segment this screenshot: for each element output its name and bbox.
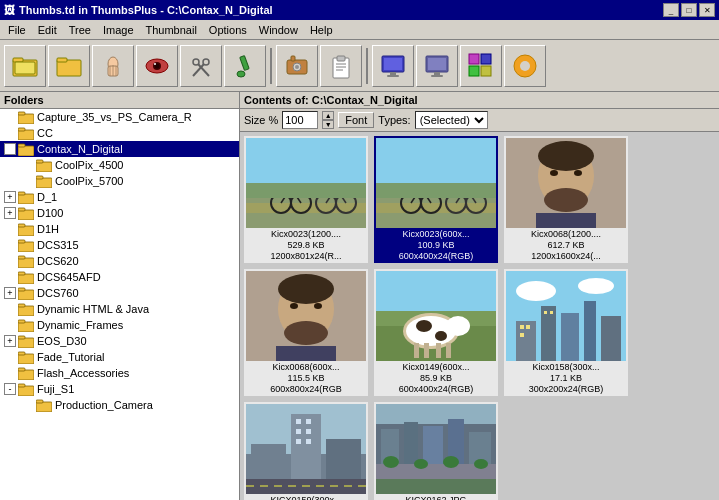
size-down-button[interactable]: ▼ [322, 120, 334, 129]
thumb-size-kicx0068-small: 115.5 KB [287, 373, 324, 383]
maximize-button[interactable]: □ [681, 3, 697, 17]
thumb-size-kicx0023-small: 100.9 KB [417, 240, 454, 250]
svg-rect-34 [428, 58, 446, 70]
folder-item-production-camera[interactable]: Production_Camera [0, 397, 239, 413]
thumb-item-kicx0159[interactable]: KICX0159(300x... 33.5 KB 300x449x24(RGB) [244, 402, 368, 500]
svg-rect-80 [36, 400, 43, 403]
size-spinner[interactable]: ▲ ▼ [322, 111, 334, 129]
close-button[interactable]: ✕ [699, 3, 715, 17]
folder-item-d100[interactable]: + D100 [0, 205, 239, 221]
svg-rect-143 [584, 301, 596, 361]
expand-dcs760[interactable]: + [4, 287, 16, 299]
folder-icon-eos-d30 [18, 334, 34, 348]
folder-item-d1[interactable]: + D_1 [0, 189, 239, 205]
thumb-item-kicx0068-large[interactable]: Kicx0068(1200.... 612.7 KB 1200x1600x24(… [504, 136, 628, 263]
folder-label-production-camera: Production_Camera [55, 399, 153, 411]
thumb-dims-kicx0023-small: 600x400x24(RGB) [399, 251, 474, 261]
folder-icon-d1h [18, 222, 34, 236]
thumb-filename-kicx0068-large: Kicx0068(1200.... [531, 229, 601, 239]
monitor-button[interactable] [372, 45, 414, 87]
thumb-item-kicx0162[interactable]: KICX0162.JPG 2.6 MB 2008x3008x24(... [374, 402, 498, 500]
folder-item-dcs760[interactable]: + DCS760 [0, 285, 239, 301]
monitor2-button[interactable] [416, 45, 458, 87]
menu-item-image[interactable]: Image [97, 22, 140, 38]
svg-rect-44 [18, 112, 25, 115]
open-folder-button[interactable] [4, 45, 46, 87]
grid-button[interactable] [460, 45, 502, 87]
folder-item-dcs315[interactable]: DCS315 [0, 237, 239, 253]
menu-item-options[interactable]: Options [203, 22, 253, 38]
thumb-image-kicx0068-large [506, 138, 626, 228]
folder-item-dynamic-html[interactable]: Dynamic HTML & Java [0, 301, 239, 317]
svg-rect-21 [291, 56, 295, 61]
types-select[interactable]: (Selected) All Images Movies Audio [415, 111, 488, 129]
svg-rect-36 [431, 75, 443, 77]
folder-label-contax: Contax_N_Digital [37, 143, 123, 155]
svg-point-123 [284, 321, 328, 345]
svg-rect-45 [18, 130, 34, 140]
expand-fuji-s1[interactable]: - [4, 383, 16, 395]
folder-item-dcs620[interactable]: DCS620 [0, 253, 239, 269]
thumb-item-kicx0158[interactable]: Kicx0158(300x... 17.1 KB 300x200x24(RGB) [504, 269, 628, 396]
thumb-item-kicx0068-small[interactable]: Kicx0068(600x... 115.5 KB 600x800x24(RGB [244, 269, 368, 396]
folder-header: Folders [0, 92, 239, 109]
size-up-button[interactable]: ▲ [322, 111, 334, 120]
folder-item-dcs645afd[interactable]: DCS645AFD [0, 269, 239, 285]
thumb-item-kicx0023-small[interactable]: Kicx0023(600x... 100.9 KB 600x400x24(RGB… [374, 136, 498, 263]
thumb-image-kicx0023-large [246, 138, 366, 228]
folder-label-eos-d30: EOS_D30 [37, 335, 87, 347]
folder-item-d1h[interactable]: D1H [0, 221, 239, 237]
folder-item-fade-tutorial[interactable]: Fade_Tutorial [0, 349, 239, 365]
thumb-image-kicx0149 [376, 271, 496, 361]
svg-rect-64 [18, 272, 25, 275]
menu-item-help[interactable]: Help [304, 22, 339, 38]
thumb-dims-kicx0149: 600x400x24(RGB) [399, 384, 474, 394]
svg-rect-158 [306, 439, 311, 444]
svg-rect-155 [296, 429, 301, 434]
camera-button[interactable] [276, 45, 318, 87]
expand-eos-d30[interactable]: + [4, 335, 16, 347]
folder-item-flash-accessories[interactable]: Flash_Accessories [0, 365, 239, 381]
folder-button[interactable] [48, 45, 90, 87]
svg-rect-95 [246, 183, 366, 198]
folder-label-dynamic-frames: Dynamic_Frames [37, 319, 123, 331]
eye-button[interactable] [136, 45, 178, 87]
svg-rect-142 [561, 313, 579, 361]
brush-button[interactable] [224, 45, 266, 87]
thumb-item-kicx0149[interactable]: Kicx0149(600x... 85.9 KB 600x400x24(RGB) [374, 269, 498, 396]
finger-button[interactable] [92, 45, 134, 87]
tools-button[interactable] [180, 45, 222, 87]
menu-item-file[interactable]: File [2, 22, 32, 38]
folder-item-fuji-s1[interactable]: - Fuji_S1 [0, 381, 239, 397]
minimize-button[interactable]: _ [663, 3, 679, 17]
svg-rect-73 [18, 354, 34, 364]
menu-item-window[interactable]: Window [253, 22, 304, 38]
expand-d100[interactable]: + [4, 207, 16, 219]
font-button[interactable]: Font [338, 112, 374, 128]
folder-icon-d1 [18, 190, 34, 204]
menu-item-thumbnail[interactable]: Thumbnail [140, 22, 203, 38]
thumb-filename-kicx0023-small: Kicx0023(600x... [402, 229, 469, 239]
folder-icon-contax [18, 142, 34, 156]
clipboard-button[interactable] [320, 45, 362, 87]
folder-item-cc[interactable]: CC [0, 125, 239, 141]
svg-rect-94 [246, 138, 366, 183]
folder-item-contax[interactable]: - Contax_N_Digital [0, 141, 239, 157]
types-label: Types: [378, 114, 410, 126]
menu-item-edit[interactable]: Edit [32, 22, 63, 38]
svg-point-176 [474, 459, 488, 469]
expand-contax[interactable]: - [4, 143, 16, 155]
folder-label-d1h: D1H [37, 223, 59, 235]
donut-button[interactable] [504, 45, 546, 87]
folder-item-coolpix5700[interactable]: CoolPix_5700 [0, 173, 239, 189]
folder-item-coolpix4500[interactable]: CoolPix_4500 [0, 157, 239, 173]
expand-d1[interactable]: + [4, 191, 16, 203]
folder-item-capture[interactable]: Capture_35_vs_PS_Camera_R [0, 109, 239, 125]
menu-item-tree[interactable]: Tree [63, 22, 97, 38]
svg-rect-39 [469, 66, 479, 76]
folder-item-dynamic-frames[interactable]: Dynamic_Frames [0, 317, 239, 333]
title-icon: 🖼 [4, 4, 15, 16]
thumb-item-kicx0023-large[interactable]: Kicx0023(1200.... 529.8 KB 1200x801x24(R… [244, 136, 368, 263]
size-input[interactable] [282, 111, 318, 129]
folder-item-eos-d30[interactable]: + EOS_D30 [0, 333, 239, 349]
